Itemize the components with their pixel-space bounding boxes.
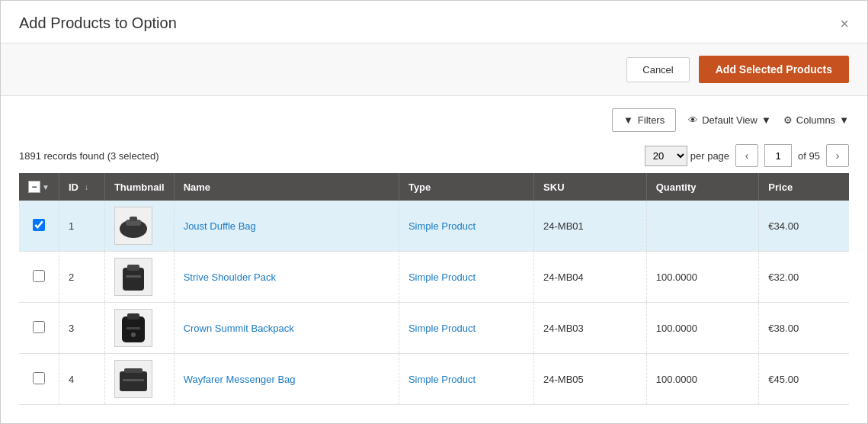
view-label: Default View <box>702 114 757 126</box>
svg-rect-11 <box>124 368 143 373</box>
modal-container: Add Products to Option × Cancel Add Sele… <box>0 0 868 424</box>
thumbnail-image <box>114 207 152 245</box>
row-checkbox[interactable] <box>33 219 45 231</box>
svg-rect-4 <box>127 265 139 271</box>
row-checkbox[interactable] <box>33 270 45 282</box>
row-type: Simple Product <box>399 252 533 303</box>
row-type: Simple Product <box>399 303 533 354</box>
row-price: €32.00 <box>759 252 849 303</box>
row-id: 3 <box>59 303 104 354</box>
records-count: 1891 records found (3 selected) <box>19 150 159 162</box>
row-thumbnail <box>104 303 174 354</box>
per-page-select: 20 50 100 per page <box>645 146 729 166</box>
view-selector[interactable]: 👁 Default View ▼ <box>688 114 771 126</box>
th-name-label: Name <box>184 181 210 193</box>
row-id: 2 <box>59 252 104 303</box>
row-sku: 24-MB04 <box>534 252 647 303</box>
th-type: Type <box>399 173 533 201</box>
svg-point-9 <box>131 332 136 337</box>
table-header-row: − ▼ ID ↓ Thumbnail Name <box>19 173 849 201</box>
row-sku: 24-MB03 <box>534 303 647 354</box>
columns-selector[interactable]: ⚙ Columns ▼ <box>783 114 849 126</box>
product-name-link[interactable]: Joust Duffle Bag <box>184 220 256 232</box>
row-id: 1 <box>59 201 104 252</box>
row-sku: 24-MB01 <box>534 201 647 252</box>
row-name: Joust Duffle Bag <box>174 201 399 252</box>
close-button[interactable]: × <box>840 16 849 31</box>
products-table: − ▼ ID ↓ Thumbnail Name <box>19 173 849 405</box>
products-table-container: − ▼ ID ↓ Thumbnail Name <box>1 173 867 405</box>
th-thumbnail-label: Thumbnail <box>114 181 165 193</box>
th-thumbnail: Thumbnail <box>104 173 174 201</box>
table-row: 3 Crown Summit Backpack Simple Product 2… <box>19 303 849 354</box>
row-thumbnail <box>104 252 174 303</box>
product-name-link[interactable]: Wayfarer Messenger Bag <box>184 374 296 385</box>
filters-button[interactable]: ▼ Filters <box>612 108 676 132</box>
row-checkbox-cell <box>19 354 59 405</box>
row-thumbnail <box>104 201 174 252</box>
row-checkbox[interactable] <box>33 372 45 384</box>
table-row: 2 Strive Shoulder Pack Simple Product 24… <box>19 252 849 303</box>
gear-icon: ⚙ <box>783 114 793 126</box>
row-name: Strive Shoulder Pack <box>174 252 399 303</box>
row-price: €45.00 <box>759 354 849 405</box>
th-qty-label: Quantity <box>656 181 697 193</box>
page-input[interactable] <box>764 144 792 167</box>
pagination-controls: 20 50 100 per page ‹ of 95 › <box>645 144 849 167</box>
th-qty: Quantity <box>646 173 759 201</box>
row-thumbnail <box>104 354 174 405</box>
row-quantity: 100.0000 <box>646 354 759 405</box>
columns-label: Columns <box>796 114 835 126</box>
th-checkbox: − ▼ <box>19 173 59 201</box>
row-quantity: 100.0000 <box>646 303 759 354</box>
next-page-button[interactable]: › <box>826 144 849 167</box>
product-name-link[interactable]: Crown Summit Backpack <box>184 323 294 334</box>
per-page-label: per page <box>690 150 729 162</box>
select-dropdown-arrow[interactable]: ▼ <box>42 183 50 191</box>
row-checkbox-cell <box>19 252 59 303</box>
filters-row: ▼ Filters 👁 Default View ▼ ⚙ Columns ▼ <box>1 96 867 138</box>
filter-icon: ▼ <box>623 114 633 126</box>
row-price: €34.00 <box>759 201 849 252</box>
per-page-dropdown[interactable]: 20 50 100 <box>645 146 687 166</box>
cancel-button[interactable]: Cancel <box>626 57 689 82</box>
row-name: Crown Summit Backpack <box>174 303 399 354</box>
table-row: 1 Joust Duffle Bag Simple Product 24-MB0… <box>19 201 849 252</box>
modal-toolbar: Cancel Add Selected Products <box>1 43 867 96</box>
total-pages: of 95 <box>798 150 820 162</box>
thumbnail-image <box>114 309 152 347</box>
svg-rect-12 <box>123 379 144 381</box>
row-id: 4 <box>59 354 104 405</box>
chevron-down-icon-2: ▼ <box>839 114 849 126</box>
chevron-down-icon: ▼ <box>761 114 771 126</box>
row-type: Simple Product <box>399 354 533 405</box>
th-price-label: Price <box>768 181 793 193</box>
thumbnail-image <box>114 360 152 398</box>
row-quantity <box>646 201 759 252</box>
thumbnail-image <box>114 258 152 296</box>
add-selected-products-button[interactable]: Add Selected Products <box>699 56 849 83</box>
modal-header: Add Products to Option × <box>1 1 867 43</box>
row-type: Simple Product <box>399 201 533 252</box>
row-quantity: 100.0000 <box>646 252 759 303</box>
th-type-label: Type <box>408 181 431 193</box>
th-name: Name <box>174 173 399 201</box>
th-id-label: ID <box>69 181 78 193</box>
table-row: 4 Wayfarer Messenger Bag Simple Product … <box>19 354 849 405</box>
row-checkbox-cell <box>19 303 59 354</box>
eye-icon: 👁 <box>688 114 698 126</box>
sort-icon-id[interactable]: ↓ <box>85 183 88 191</box>
svg-rect-3 <box>123 268 144 291</box>
product-name-link[interactable]: Strive Shoulder Pack <box>184 271 276 283</box>
svg-rect-2 <box>130 217 137 221</box>
th-price: Price <box>759 173 849 201</box>
th-id: ID ↓ <box>59 173 104 201</box>
select-all-minus[interactable]: − <box>28 181 40 193</box>
th-sku: SKU <box>534 173 647 201</box>
prev-page-button[interactable]: ‹ <box>735 144 758 167</box>
row-price: €38.00 <box>759 303 849 354</box>
row-sku: 24-MB05 <box>534 354 647 405</box>
modal-title: Add Products to Option <box>19 14 177 32</box>
row-checkbox[interactable] <box>33 321 45 333</box>
info-row: 1891 records found (3 selected) 20 50 10… <box>1 138 867 173</box>
